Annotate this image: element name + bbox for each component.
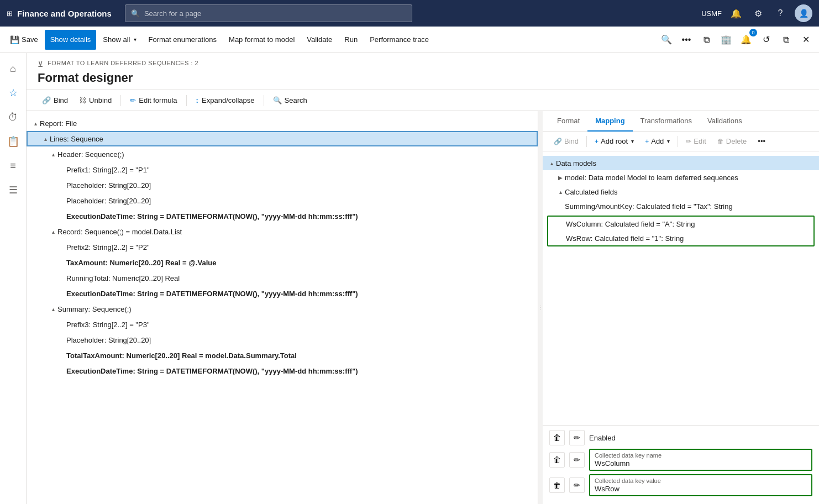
tab-mapping[interactable]: Mapping: [587, 111, 632, 132]
unbind-tool-button[interactable]: ⛓ Unbind: [75, 93, 116, 107]
tree-node-prefix1[interactable]: Prefix1: String[2..2] = "P1": [27, 162, 538, 177]
validate-button[interactable]: Validate: [301, 30, 338, 50]
prop-edit-keyname-btn[interactable]: ✏: [569, 452, 585, 468]
app-grid-icon[interactable]: ⊞: [7, 9, 13, 18]
save-button[interactable]: 💾 Save: [4, 30, 44, 50]
plugin-icon[interactable]: ⧉: [697, 31, 715, 49]
dm-node-model[interactable]: ▶ model: Data model Model to learn defer…: [543, 170, 819, 185]
prop-delete-keyval-btn[interactable]: 🗑: [549, 477, 565, 493]
mapping-content: ▴ Data models ▶ model: Data model Model …: [543, 151, 819, 425]
dm-node-data-models[interactable]: ▴ Data models: [543, 156, 819, 170]
notification-count: 0: [749, 29, 757, 36]
top-navigation: ⊞ Finance and Operations 🔍 USMF 🔔 ⚙ ? 👤: [0, 0, 819, 27]
dm-toggle-data-models[interactable]: ▴: [547, 160, 556, 166]
dm-toggle-model[interactable]: ▶: [556, 175, 565, 181]
notifications-icon[interactable]: 🔔: [728, 6, 744, 21]
dm-toggle-calc[interactable]: ▴: [556, 189, 565, 195]
settings-icon[interactable]: ⚙: [750, 6, 766, 21]
sidebar-list-icon[interactable]: ≡: [2, 155, 24, 177]
tree-node-totaltax[interactable]: TotalTaxAmount: Numeric[20..20] Real = m…: [27, 348, 538, 363]
show-details-button[interactable]: Show details: [45, 30, 97, 50]
tree-toggle-lines[interactable]: ▴: [41, 134, 50, 143]
bind-tool-button[interactable]: 🔗 Bind: [38, 93, 72, 107]
designer-panels: ▴ Report: File ▴ Lines: Sequence ▴ Heade…: [27, 111, 819, 504]
sidebar-clock-icon[interactable]: ⏱: [2, 106, 24, 128]
search-tool-button[interactable]: 🔍 Search: [269, 93, 312, 107]
show-all-dropdown-icon: ▾: [134, 36, 136, 43]
tree-node-execdate3[interactable]: ExecutionDateTime: String = DATETIMEFORM…: [27, 363, 538, 379]
tree-node-taxamount[interactable]: TaxAmount: Numeric[20..20] Real = @.Valu…: [27, 255, 538, 270]
add-button[interactable]: + Add ▾: [641, 135, 674, 148]
new-window-icon[interactable]: ⧉: [777, 31, 795, 49]
prop-key-name-value: WsColumn: [595, 459, 807, 468]
sidebar-home-icon[interactable]: ⌂: [2, 57, 24, 80]
expand-collapse-button[interactable]: ↕ Expand/collapse: [191, 93, 259, 107]
map-bind-button[interactable]: 🔗 Bind: [549, 135, 583, 148]
tree-node-prefix2[interactable]: Prefix2: String[2..2] = "P2": [27, 239, 538, 255]
prop-key-name-field: Collected data key name WsColumn: [589, 449, 812, 471]
add-root-button[interactable]: + Add root ▾: [590, 135, 638, 148]
global-search-input[interactable]: [144, 9, 406, 18]
cmd-right-area: 🔍 ••• ⧉ 🏢 🔔 0 ↺ ⧉ ✕: [658, 31, 815, 49]
dm-node-wsrow[interactable]: WsRow: Calculated field = "1": String: [548, 231, 813, 245]
prop-enabled-label: Enabled: [589, 432, 616, 444]
tree-toggle-record[interactable]: ▴: [49, 227, 57, 236]
tool-sep-2: [186, 95, 187, 106]
edit-map-button[interactable]: ✏ Edit: [681, 135, 710, 148]
performance-trace-button[interactable]: Performance trace: [364, 30, 434, 50]
global-search-bar[interactable]: 🔍: [125, 4, 412, 22]
tree-node-placeholder1[interactable]: Placeholder: String[20..20]: [27, 177, 538, 193]
edit-map-icon: ✏: [686, 138, 691, 145]
tool-sep-3: [264, 95, 264, 106]
tree-node-prefix3[interactable]: Prefix3: String[2..2] = "P3": [27, 317, 538, 332]
filter-icon[interactable]: ⊻: [38, 60, 43, 69]
show-all-button[interactable]: Show all ▾: [97, 30, 141, 50]
prop-delete-enabled-btn[interactable]: 🗑: [549, 430, 565, 445]
sidebar-calendar-icon[interactable]: 📋: [2, 130, 24, 153]
office-icon[interactable]: 🏢: [717, 31, 735, 49]
panel-splitter[interactable]: ⋮: [538, 111, 543, 504]
sidebar-menu-icon[interactable]: ☰: [2, 179, 24, 201]
refresh-icon[interactable]: ↺: [757, 31, 775, 49]
tree-node-lines[interactable]: ▴ Lines: Sequence: [27, 131, 538, 146]
map-sep-1: [586, 136, 587, 147]
tree-node-summary[interactable]: ▴ Summary: Sequence(;): [27, 301, 538, 317]
app-name: Finance and Operations: [17, 9, 112, 18]
edit-formula-button[interactable]: ✏ Edit formula: [125, 93, 181, 107]
tree-node-execdate1[interactable]: ExecutionDateTime: String = DATETIMEFORM…: [27, 208, 538, 224]
more-options-icon[interactable]: •••: [678, 31, 695, 49]
format-enumerations-button[interactable]: Format enumerations: [143, 30, 223, 50]
prop-edit-keyval-btn[interactable]: ✏: [569, 477, 585, 493]
delete-map-button[interactable]: 🗑 Delete: [713, 135, 752, 148]
dm-node-wscol[interactable]: WsColumn: Calculated field = "A": String: [548, 217, 813, 231]
run-button[interactable]: Run: [339, 30, 363, 50]
tree-node-execdate2[interactable]: ExecutionDateTime: String = DATETIMEFORM…: [27, 286, 538, 301]
search-command-icon[interactable]: 🔍: [658, 31, 675, 49]
tree-node-header[interactable]: ▴ Header: Sequence(;): [27, 146, 538, 162]
dm-node-summing[interactable]: SummingAmountKey: Calculated field = "Ta…: [543, 199, 819, 213]
tree-node-record[interactable]: ▴ Record: Sequence(;) = model.Data.List: [27, 224, 538, 239]
tree-node-report[interactable]: ▴ Report: File: [27, 116, 538, 131]
sidebar-star-icon[interactable]: ☆: [2, 82, 24, 104]
tab-validations[interactable]: Validations: [700, 111, 750, 132]
tree-node-runningtotal[interactable]: RunningTotal: Numeric[20..20] Real: [27, 270, 538, 286]
tree-node-placeholder3[interactable]: Placeholder: String[20..20]: [27, 332, 538, 348]
tab-transformations[interactable]: Transformations: [633, 111, 700, 132]
tab-format[interactable]: Format: [549, 111, 587, 132]
prop-key-value-row: 🗑 ✏ Collected data key value WsRow: [549, 474, 812, 496]
user-avatar[interactable]: 👤: [795, 4, 812, 22]
tree-toggle-header[interactable]: ▴: [49, 150, 57, 159]
map-format-button[interactable]: Map format to model: [223, 30, 300, 50]
prop-delete-keyname-btn[interactable]: 🗑: [549, 452, 565, 468]
tree-toggle-summary[interactable]: ▴: [49, 305, 57, 313]
content-area: ⊻ FORMAT TO LEARN DEFERRED SEQUENCES : 2…: [27, 53, 819, 504]
tree-node-placeholder2[interactable]: Placeholder: String[20..20]: [27, 193, 538, 208]
help-icon[interactable]: ?: [773, 6, 788, 21]
close-icon[interactable]: ✕: [797, 31, 815, 49]
prop-edit-enabled-btn[interactable]: ✏: [569, 430, 585, 445]
more-map-button[interactable]: •••: [753, 135, 770, 148]
add-dropdown-icon: ▾: [667, 138, 670, 144]
format-tree-panel: ▴ Report: File ▴ Lines: Sequence ▴ Heade…: [27, 111, 538, 504]
dm-node-calc-fields[interactable]: ▴ Calculated fields: [543, 185, 819, 199]
tree-toggle-report[interactable]: ▴: [31, 119, 40, 128]
